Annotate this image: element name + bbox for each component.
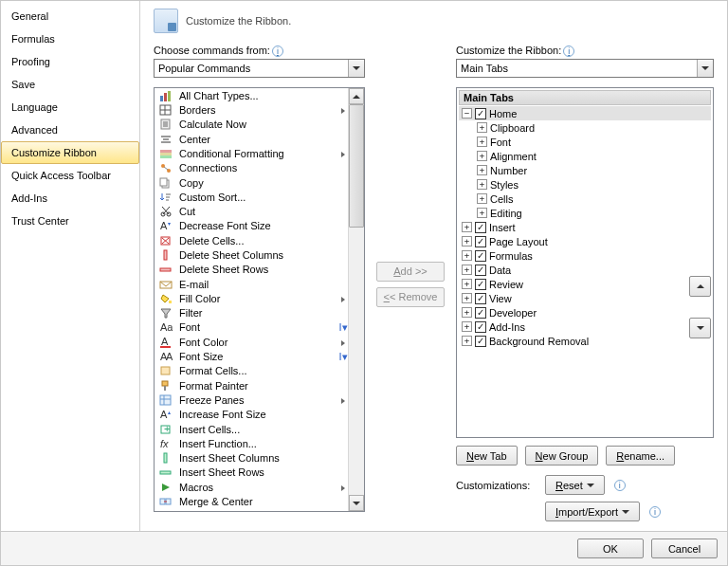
scroll-up-button[interactable] (349, 88, 364, 104)
command-item[interactable]: Merge & Center (155, 494, 348, 508)
command-item[interactable]: Cut (155, 204, 348, 218)
command-item[interactable]: E-mail (155, 277, 348, 291)
checkbox[interactable] (475, 222, 486, 233)
combo-dropdown-button[interactable] (348, 60, 364, 77)
expand-toggle[interactable]: + (462, 307, 472, 318)
command-item[interactable]: +Insert Cells... (155, 422, 348, 436)
tree-node[interactable]: +Alignment (459, 149, 711, 163)
info-icon[interactable]: i (563, 46, 574, 57)
expand-toggle[interactable]: + (462, 265, 472, 275)
customize-ribbon-combo[interactable]: Main Tabs (456, 59, 714, 78)
scroll-down-button[interactable] (349, 495, 364, 511)
expand-toggle[interactable]: + (477, 179, 487, 190)
scrollbar[interactable] (348, 88, 364, 511)
command-item[interactable]: Format Painter (155, 378, 348, 393)
commands-listbox[interactable]: All Chart Types...BordersCalculate NowCe… (154, 87, 365, 512)
expand-toggle[interactable]: + (462, 236, 472, 246)
command-item[interactable]: Copy (155, 175, 348, 190)
rename-button[interactable]: Rename... (606, 446, 675, 466)
tree-node[interactable]: +Review (459, 277, 711, 291)
command-item[interactable]: Fill Color (155, 291, 348, 305)
command-item[interactable]: ADecrease Font Size (155, 219, 348, 233)
tree-node[interactable]: +Styles (459, 177, 711, 192)
command-item[interactable]: AIncrease Font Size (155, 408, 348, 422)
tree-node[interactable]: −Home (459, 106, 711, 120)
import-export-button[interactable]: Import/Export (545, 502, 640, 521)
command-item[interactable]: Calculate Now (155, 118, 348, 132)
nav-item-advanced[interactable]: Advanced (1, 119, 139, 141)
checkbox[interactable] (475, 293, 486, 304)
tree-node[interactable]: +Editing (459, 206, 711, 220)
expand-toggle[interactable]: + (462, 321, 472, 332)
expand-toggle[interactable]: − (462, 108, 472, 119)
nav-item-general[interactable]: General (1, 5, 139, 27)
checkbox[interactable] (475, 250, 486, 262)
command-item[interactable]: Connections (155, 161, 348, 175)
tree-node[interactable]: +Number (459, 163, 711, 177)
command-item[interactable]: Borders (155, 102, 348, 117)
info-icon[interactable]: i (649, 506, 661, 518)
command-item[interactable]: Filter (155, 306, 348, 320)
expand-toggle[interactable]: + (462, 336, 472, 346)
reset-button[interactable]: Reset (545, 475, 605, 495)
command-item[interactable]: Delete Cells... (155, 233, 348, 247)
command-item[interactable]: Conditional Formatting (155, 146, 348, 160)
command-item[interactable]: All Chart Types... (155, 88, 348, 102)
command-item[interactable]: AAFont SizeI▾ (155, 349, 348, 363)
tree-node[interactable]: +Page Layout (459, 234, 711, 248)
command-item[interactable]: AFont Color (155, 335, 348, 349)
checkbox[interactable] (475, 236, 486, 247)
cancel-button[interactable]: Cancel (651, 539, 718, 558)
new-group-button[interactable]: New Group (525, 446, 599, 466)
nav-item-quick-access-toolbar[interactable]: Quick Access Toolbar (1, 164, 139, 187)
tree-node[interactable]: +Insert (459, 220, 711, 234)
info-icon[interactable]: i (614, 480, 626, 491)
tree-node[interactable]: +Clipboard (459, 120, 711, 135)
command-item[interactable]: Name Manager (155, 509, 348, 511)
command-item[interactable]: Macros (155, 480, 348, 494)
nav-item-trust-center[interactable]: Trust Center (1, 210, 139, 232)
command-item[interactable]: fxInsert Function... (155, 436, 348, 450)
command-item[interactable]: Insert Sheet Columns (155, 451, 348, 466)
choose-commands-combo[interactable]: Popular Commands (154, 59, 365, 78)
expand-toggle[interactable]: + (477, 151, 487, 161)
tree-node[interactable]: +Data (459, 263, 711, 277)
expand-toggle[interactable]: + (462, 279, 472, 289)
command-item[interactable]: Freeze Panes (155, 393, 348, 407)
nav-item-save[interactable]: Save (1, 73, 139, 96)
checkbox[interactable] (475, 321, 486, 333)
checkbox[interactable] (475, 279, 486, 290)
checkbox[interactable] (475, 265, 486, 276)
nav-item-formulas[interactable]: Formulas (1, 27, 139, 50)
nav-item-customize-ribbon[interactable]: Customize Ribbon (1, 141, 139, 164)
tree-node[interactable]: +Cells (459, 192, 711, 206)
command-item[interactable]: Insert Sheet Rows (155, 466, 348, 480)
command-item[interactable]: Delete Sheet Rows (155, 263, 348, 277)
new-tab-button[interactable]: New Tab (456, 446, 518, 466)
combo-dropdown-button[interactable] (697, 60, 713, 77)
add-button[interactable]: Add >> (376, 262, 445, 282)
command-item[interactable]: Delete Sheet Columns (155, 247, 348, 262)
expand-toggle[interactable]: + (462, 293, 472, 303)
remove-button[interactable]: << Remove (376, 287, 445, 307)
tree-node[interactable]: +Font (459, 135, 711, 149)
command-item[interactable]: Center (155, 132, 348, 146)
expand-toggle[interactable]: + (477, 208, 487, 218)
checkbox[interactable] (475, 307, 486, 319)
tree-node[interactable]: +Developer (459, 305, 711, 320)
nav-item-add-ins[interactable]: Add-Ins (1, 187, 139, 210)
tree-node[interactable]: +Background Removal (459, 334, 711, 348)
expand-toggle[interactable]: + (477, 193, 487, 204)
move-down-button[interactable] (689, 318, 711, 338)
expand-toggle[interactable]: + (477, 137, 487, 147)
tree-node[interactable]: +Add-Ins (459, 320, 711, 334)
nav-item-language[interactable]: Language (1, 96, 139, 119)
info-icon[interactable]: i (272, 46, 283, 57)
command-item[interactable]: Custom Sort... (155, 190, 348, 204)
ribbon-tree[interactable]: Main Tabs −Home+Clipboard+Font+Alignment… (456, 87, 714, 438)
expand-toggle[interactable]: + (462, 250, 472, 261)
move-up-button[interactable] (689, 276, 711, 297)
ok-button[interactable]: OK (577, 539, 644, 558)
tree-node[interactable]: +View (459, 291, 711, 305)
checkbox[interactable] (475, 108, 486, 119)
